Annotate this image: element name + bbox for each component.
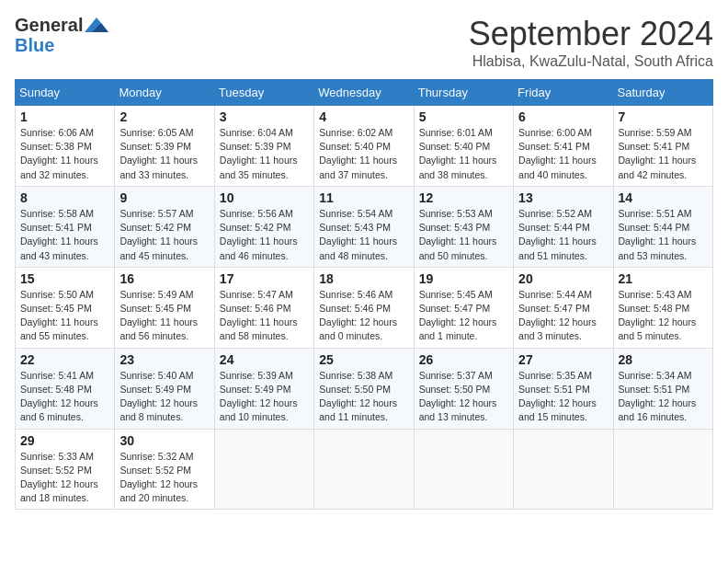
day-detail: Sunrise: 5:50 AMSunset: 5:45 PMDaylight:… <box>20 288 109 344</box>
header-sunday: Sunday <box>16 80 115 106</box>
day-number: 19 <box>419 271 508 286</box>
table-row <box>214 429 313 510</box>
table-row: 25Sunrise: 5:38 AMSunset: 5:50 PMDayligh… <box>314 348 414 429</box>
day-detail: Sunrise: 5:44 AMSunset: 5:47 PMDaylight:… <box>518 288 608 344</box>
month-title: September 2024 <box>469 15 713 53</box>
table-row: 27Sunrise: 5:35 AMSunset: 5:51 PMDayligh… <box>514 348 613 429</box>
day-detail: Sunrise: 5:53 AMSunset: 5:43 PMDaylight:… <box>419 207 508 263</box>
page-header: General Blue September 2024 Hlabisa, Kwa… <box>15 15 713 70</box>
day-number: 17 <box>220 271 309 286</box>
day-number: 12 <box>419 190 508 205</box>
table-row: 18Sunrise: 5:46 AMSunset: 5:46 PMDayligh… <box>314 267 414 348</box>
table-row: 21Sunrise: 5:43 AMSunset: 5:48 PMDayligh… <box>613 267 712 348</box>
table-row: 23Sunrise: 5:40 AMSunset: 5:49 PMDayligh… <box>115 348 214 429</box>
header-thursday: Thursday <box>414 80 513 106</box>
day-detail: Sunrise: 6:00 AMSunset: 5:41 PMDaylight:… <box>518 126 608 182</box>
header-wednesday: Wednesday <box>314 80 414 106</box>
logo: General Blue <box>15 15 108 54</box>
day-detail: Sunrise: 5:57 AMSunset: 5:42 PMDaylight:… <box>119 207 209 263</box>
day-detail: Sunrise: 5:54 AMSunset: 5:43 PMDaylight:… <box>319 207 408 263</box>
table-row: 5Sunrise: 6:01 AMSunset: 5:40 PMDaylight… <box>414 106 513 187</box>
table-row: 10Sunrise: 5:56 AMSunset: 5:42 PMDayligh… <box>214 186 313 267</box>
day-detail: Sunrise: 5:38 AMSunset: 5:50 PMDaylight:… <box>319 369 408 425</box>
day-number: 16 <box>119 271 209 286</box>
header-tuesday: Tuesday <box>214 80 313 106</box>
day-detail: Sunrise: 5:49 AMSunset: 5:45 PMDaylight:… <box>119 288 209 344</box>
calendar-table: Sunday Monday Tuesday Wednesday Thursday… <box>15 79 713 510</box>
table-row: 14Sunrise: 5:51 AMSunset: 5:44 PMDayligh… <box>613 186 712 267</box>
day-detail: Sunrise: 5:35 AMSunset: 5:51 PMDaylight:… <box>518 369 608 425</box>
table-row: 16Sunrise: 5:49 AMSunset: 5:45 PMDayligh… <box>115 267 214 348</box>
table-row: 11Sunrise: 5:54 AMSunset: 5:43 PMDayligh… <box>314 186 414 267</box>
day-detail: Sunrise: 5:56 AMSunset: 5:42 PMDaylight:… <box>220 207 309 263</box>
table-row: 26Sunrise: 5:37 AMSunset: 5:50 PMDayligh… <box>414 348 513 429</box>
table-row: 20Sunrise: 5:44 AMSunset: 5:47 PMDayligh… <box>514 267 613 348</box>
day-number: 14 <box>619 190 708 205</box>
day-number: 2 <box>119 109 209 124</box>
title-area: September 2024 Hlabisa, KwaZulu-Natal, S… <box>469 15 713 70</box>
day-number: 7 <box>619 109 708 124</box>
day-number: 20 <box>518 271 608 286</box>
table-row: 1Sunrise: 6:06 AMSunset: 5:38 PMDaylight… <box>16 106 115 187</box>
day-number: 3 <box>220 109 309 124</box>
calendar-header-row: Sunday Monday Tuesday Wednesday Thursday… <box>16 80 713 106</box>
day-number: 13 <box>518 190 608 205</box>
day-number: 1 <box>20 109 109 124</box>
day-detail: Sunrise: 5:34 AMSunset: 5:51 PMDaylight:… <box>619 369 708 425</box>
header-monday: Monday <box>115 80 214 106</box>
table-row: 3Sunrise: 6:04 AMSunset: 5:39 PMDaylight… <box>214 106 313 187</box>
day-detail: Sunrise: 6:05 AMSunset: 5:39 PMDaylight:… <box>119 126 209 182</box>
day-detail: Sunrise: 5:58 AMSunset: 5:41 PMDaylight:… <box>20 207 109 263</box>
logo-icon <box>85 16 108 34</box>
day-number: 18 <box>319 271 408 286</box>
day-number: 29 <box>20 433 109 448</box>
day-detail: Sunrise: 5:51 AMSunset: 5:44 PMDaylight:… <box>619 207 708 263</box>
day-number: 24 <box>220 352 309 367</box>
table-row: 12Sunrise: 5:53 AMSunset: 5:43 PMDayligh… <box>414 186 513 267</box>
day-detail: Sunrise: 6:01 AMSunset: 5:40 PMDaylight:… <box>419 126 508 182</box>
location-title: Hlabisa, KwaZulu-Natal, South Africa <box>469 53 713 70</box>
table-row: 28Sunrise: 5:34 AMSunset: 5:51 PMDayligh… <box>613 348 712 429</box>
table-row: 6Sunrise: 6:00 AMSunset: 5:41 PMDaylight… <box>514 106 613 187</box>
table-row <box>314 429 414 510</box>
day-detail: Sunrise: 5:46 AMSunset: 5:46 PMDaylight:… <box>319 288 408 344</box>
day-number: 6 <box>518 109 608 124</box>
day-detail: Sunrise: 6:06 AMSunset: 5:38 PMDaylight:… <box>20 126 109 182</box>
day-number: 11 <box>319 190 408 205</box>
logo-blue-text: Blue <box>15 36 108 54</box>
day-detail: Sunrise: 5:33 AMSunset: 5:52 PMDaylight:… <box>20 450 109 506</box>
day-detail: Sunrise: 5:43 AMSunset: 5:48 PMDaylight:… <box>619 288 708 344</box>
header-saturday: Saturday <box>613 80 712 106</box>
day-detail: Sunrise: 5:37 AMSunset: 5:50 PMDaylight:… <box>419 369 508 425</box>
table-row: 22Sunrise: 5:41 AMSunset: 5:48 PMDayligh… <box>16 348 115 429</box>
day-number: 21 <box>619 271 708 286</box>
day-number: 8 <box>20 190 109 205</box>
day-detail: Sunrise: 5:39 AMSunset: 5:49 PMDaylight:… <box>220 369 309 425</box>
day-detail: Sunrise: 5:52 AMSunset: 5:44 PMDaylight:… <box>518 207 608 263</box>
table-row: 30Sunrise: 5:32 AMSunset: 5:52 PMDayligh… <box>115 429 214 510</box>
day-number: 22 <box>20 352 109 367</box>
day-number: 23 <box>119 352 209 367</box>
day-number: 26 <box>419 352 508 367</box>
day-number: 27 <box>518 352 608 367</box>
day-detail: Sunrise: 6:04 AMSunset: 5:39 PMDaylight:… <box>220 126 309 182</box>
logo-general-text: General <box>15 15 83 36</box>
day-number: 28 <box>619 352 708 367</box>
day-detail: Sunrise: 5:41 AMSunset: 5:48 PMDaylight:… <box>20 369 109 425</box>
day-detail: Sunrise: 5:32 AMSunset: 5:52 PMDaylight:… <box>119 450 209 506</box>
table-row: 17Sunrise: 5:47 AMSunset: 5:46 PMDayligh… <box>214 267 313 348</box>
table-row: 15Sunrise: 5:50 AMSunset: 5:45 PMDayligh… <box>16 267 115 348</box>
day-number: 30 <box>119 433 209 448</box>
table-row: 2Sunrise: 6:05 AMSunset: 5:39 PMDaylight… <box>115 106 214 187</box>
day-number: 15 <box>20 271 109 286</box>
day-detail: Sunrise: 5:45 AMSunset: 5:47 PMDaylight:… <box>419 288 508 344</box>
table-row: 13Sunrise: 5:52 AMSunset: 5:44 PMDayligh… <box>514 186 613 267</box>
table-row <box>414 429 513 510</box>
day-number: 10 <box>220 190 309 205</box>
table-row <box>613 429 712 510</box>
day-number: 9 <box>119 190 209 205</box>
table-row: 19Sunrise: 5:45 AMSunset: 5:47 PMDayligh… <box>414 267 513 348</box>
table-row: 24Sunrise: 5:39 AMSunset: 5:49 PMDayligh… <box>214 348 313 429</box>
table-row: 8Sunrise: 5:58 AMSunset: 5:41 PMDaylight… <box>16 186 115 267</box>
table-row: 9Sunrise: 5:57 AMSunset: 5:42 PMDaylight… <box>115 186 214 267</box>
